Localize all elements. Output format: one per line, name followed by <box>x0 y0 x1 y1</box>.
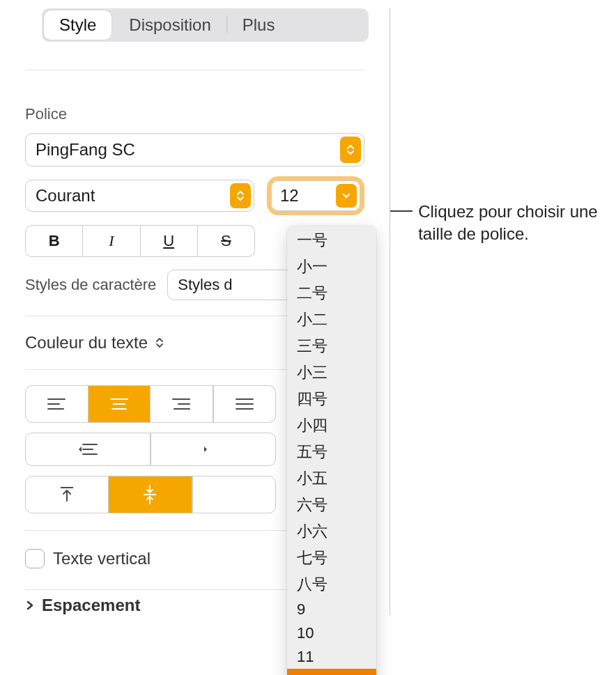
size-menu-item[interactable]: 小三 <box>287 359 376 386</box>
font-family-value: PingFang SC <box>36 140 135 160</box>
size-menu-item[interactable]: 三号 <box>287 333 376 359</box>
italic-button[interactable]: I <box>83 225 140 257</box>
strike-button[interactable]: S <box>198 225 255 257</box>
font-size-value: 12 <box>280 186 299 205</box>
char-styles-value: Styles d <box>178 276 232 294</box>
chevron-updown-icon <box>230 183 251 208</box>
size-menu-item[interactable]: 四号 <box>287 386 376 412</box>
valign-middle-button[interactable] <box>109 476 192 513</box>
size-menu-item[interactable]: 二号 <box>287 280 376 307</box>
increase-indent-button[interactable] <box>151 433 276 466</box>
spacing-label: Espacement <box>42 596 140 615</box>
font-size-field[interactable]: 12 <box>267 176 364 215</box>
bold-button[interactable]: B <box>25 225 83 257</box>
horizontal-align-group <box>25 385 276 423</box>
font-family-select[interactable]: PingFang SC <box>25 133 364 166</box>
char-styles-label: Styles de caractère <box>25 276 156 294</box>
size-menu-item[interactable]: 小四 <box>287 412 376 439</box>
size-menu-item[interactable]: 12 <box>287 669 376 675</box>
font-style-select[interactable]: Courant <box>25 180 254 212</box>
divider <box>25 70 364 70</box>
size-menu-item[interactable]: 9 <box>287 598 376 621</box>
size-menu-item[interactable]: 10 <box>287 621 376 645</box>
align-justify-button[interactable] <box>214 385 277 423</box>
font-style-value: Courant <box>36 186 95 205</box>
chevron-right-icon <box>25 600 35 610</box>
chevron-down-icon <box>336 184 357 208</box>
align-center-button[interactable] <box>88 385 151 423</box>
text-format-group: B I U S <box>25 225 255 257</box>
callout: Cliquez pour choisir une taille de polic… <box>390 201 616 246</box>
indent-group <box>25 433 276 466</box>
decrease-indent-button[interactable] <box>25 433 151 466</box>
chevron-updown-icon <box>155 336 164 350</box>
font-section-label: Police <box>25 105 390 123</box>
size-menu-item[interactable]: 小一 <box>287 254 376 280</box>
size-menu-item[interactable]: 小五 <box>287 465 376 492</box>
size-menu-item[interactable]: 11 <box>287 645 376 669</box>
align-right-button[interactable] <box>151 385 213 423</box>
chevron-updown-icon <box>340 137 361 163</box>
size-menu-item[interactable]: 小六 <box>287 518 376 545</box>
tab-disposition[interactable]: Disposition <box>114 8 226 42</box>
panel-tabs: Style Disposition Plus <box>42 8 369 42</box>
size-menu-item[interactable]: 七号 <box>287 545 376 571</box>
size-menu-item[interactable]: 五号 <box>287 439 376 465</box>
tab-style[interactable]: Style <box>44 10 111 40</box>
valign-top-button[interactable] <box>25 476 109 513</box>
vertical-text-label: Texte vertical <box>53 549 151 568</box>
underline-button[interactable]: U <box>141 225 198 257</box>
text-color-label: Couleur du texte <box>25 333 148 352</box>
size-menu-item[interactable]: 小二 <box>287 307 376 333</box>
valign-bottom-button[interactable] <box>192 476 276 513</box>
tab-plus[interactable]: Plus <box>227 8 291 42</box>
size-menu-item[interactable]: 一号 <box>287 227 376 254</box>
align-left-button[interactable] <box>25 385 88 423</box>
font-size-menu: 一号小一二号小二三号小三四号小四五号小五六号小六七号八号910111213 <box>287 226 376 675</box>
callout-text: Cliquez pour choisir une taille de polic… <box>418 201 616 246</box>
vertical-align-group <box>25 476 276 513</box>
callout-line <box>390 210 413 212</box>
vertical-text-checkbox[interactable] <box>25 549 45 568</box>
size-menu-item[interactable]: 六号 <box>287 492 376 518</box>
size-menu-item[interactable]: 八号 <box>287 571 376 598</box>
